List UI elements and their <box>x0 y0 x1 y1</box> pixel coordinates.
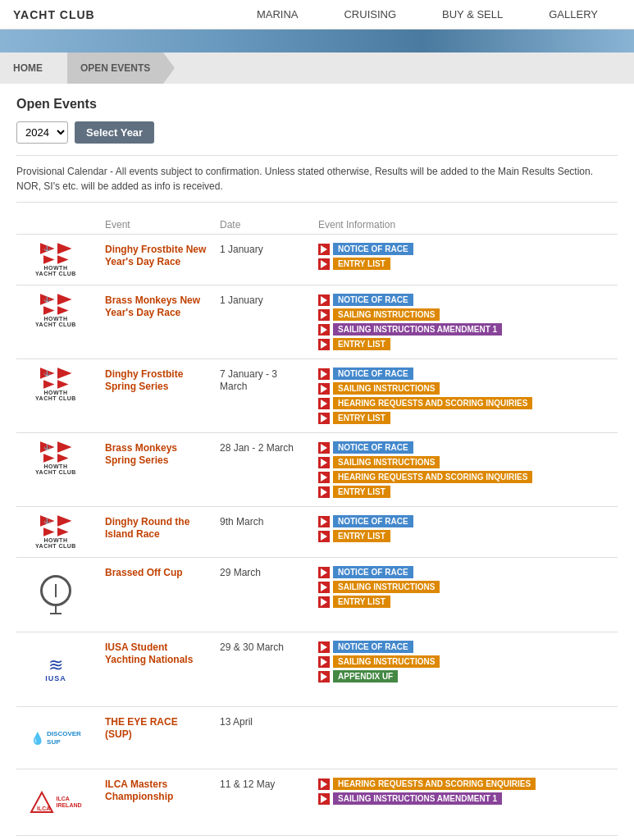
event-date: 29 & 30 March <box>220 641 284 653</box>
badge-label[interactable]: HEARING REQUESTS AND SCORING INQUIRIES <box>333 397 532 409</box>
event-name[interactable]: IUSA Student Yachting Nationals <box>105 641 193 665</box>
event-date: 29 March <box>220 567 261 578</box>
badge-label[interactable]: ENTRY LIST <box>333 258 390 270</box>
table-row: ILCA ILCAIRELAND ILCA Masters Championsh… <box>16 769 618 836</box>
badge-row[interactable]: ENTRY LIST <box>318 412 611 424</box>
svg-text:ILCA: ILCA <box>37 806 50 811</box>
badge-label[interactable]: SAILING INSTRUCTIONS AMENDMENT 1 <box>333 323 502 336</box>
badge-row[interactable]: NOTICE OF RACE <box>318 515 611 527</box>
badge-row[interactable]: ENTRY LIST <box>318 596 611 608</box>
event-date: 11 & 12 May <box>220 778 275 790</box>
event-badges: NOTICE OF RACE ENTRY LIST <box>318 243 611 270</box>
badge-row[interactable]: SAILING INSTRUCTIONS AMENDMENT 1 <box>318 323 611 336</box>
badge-row[interactable]: NOTICE OF RACE <box>318 368 611 380</box>
nav-marina[interactable]: MARINA <box>234 8 322 21</box>
event-name[interactable]: ILCA Masters Championship <box>105 778 173 802</box>
event-name[interactable]: Brassed Off Cup <box>105 567 183 578</box>
badge-row[interactable]: ENTRY LIST <box>318 486 611 498</box>
badge-label[interactable]: ENTRY LIST <box>333 486 390 498</box>
event-name[interactable]: Dinghy Frostbite Spring Series <box>105 368 183 392</box>
badge-row[interactable]: HEARING REQUESTS AND SCORING INQUIRIES <box>318 471 611 483</box>
badge-play-icon <box>318 258 330 270</box>
badge-play-icon <box>318 368 330 380</box>
iusa-logo: ≋ IUSA <box>23 641 89 698</box>
badge-label[interactable]: HEARING REQUESTS AND SCORING ENQUIRIES <box>333 778 536 790</box>
badge-label[interactable]: ENTRY LIST <box>333 530 390 542</box>
col-header-info: Event Information <box>312 216 618 235</box>
badge-play-icon <box>318 778 330 790</box>
badge-row[interactable]: NOTICE OF RACE <box>318 243 611 255</box>
badge-label[interactable]: NOTICE OF RACE <box>333 641 413 653</box>
event-name[interactable]: Dinghy Round the Island Race <box>105 516 189 540</box>
event-name[interactable]: Dinghy Frostbite New Year's Day Race <box>105 244 206 267</box>
event-name[interactable]: Brass Monkeys New Year's Day Race <box>105 294 200 318</box>
hero-image <box>0 30 634 52</box>
event-badges: NOTICE OF RACE SAILING INSTRUCTIONS HEAR… <box>318 368 611 424</box>
badge-row[interactable]: NOTICE OF RACE <box>318 641 611 653</box>
badge-label[interactable]: APPENDIX UF <box>333 670 398 682</box>
badge-label[interactable]: NOTICE OF RACE <box>333 441 413 454</box>
select-year-button[interactable]: Select Year <box>75 121 154 144</box>
badge-row[interactable]: ENTRY LIST <box>318 258 611 270</box>
badge-row[interactable]: APPENDIX UF <box>318 670 611 682</box>
badge-play-icon <box>318 383 330 395</box>
badge-play-icon <box>318 531 330 542</box>
breadcrumb-home[interactable]: HOME <box>0 52 56 84</box>
badge-play-icon <box>318 656 330 668</box>
badge-label[interactable]: NOTICE OF RACE <box>333 566 413 578</box>
badge-row[interactable]: NOTICE OF RACE <box>318 294 611 306</box>
badge-row[interactable]: NOTICE OF RACE <box>318 566 611 578</box>
nav-gallery[interactable]: GALLERY <box>526 8 621 21</box>
badge-play-icon <box>318 567 330 578</box>
badge-row[interactable]: ENTRY LIST <box>318 530 611 542</box>
badge-label[interactable]: SAILING INSTRUCTIONS <box>333 581 440 593</box>
badge-label[interactable]: SAILING INSTRUCTIONS <box>333 655 440 668</box>
nav-cruising[interactable]: CRUISING <box>321 8 419 21</box>
badge-row[interactable]: SAILING INSTRUCTIONS <box>318 308 611 321</box>
event-date: 9th March <box>220 516 263 527</box>
badge-label[interactable]: ENTRY LIST <box>333 338 390 350</box>
badge-label[interactable]: NOTICE OF RACE <box>333 243 413 255</box>
club-logo: ⚓ HOWTH YACHT CLUB <box>23 368 89 401</box>
ilca-logo: ILCA ILCAIRELAND <box>23 778 89 827</box>
table-row: ⚓ HOWTH YACHT CLUB Dinghy Frostbite New … <box>16 235 618 285</box>
badge-label[interactable]: NOTICE OF RACE <box>333 515 413 527</box>
badge-row[interactable]: ENTRY LIST <box>318 338 611 350</box>
badge-label[interactable]: SAILING INSTRUCTIONS <box>333 382 440 395</box>
nav-buy-sell[interactable]: BUY & SELL <box>419 8 526 21</box>
main-content: Open Events 2024 2023 2022 Select Year P… <box>0 84 634 840</box>
event-name[interactable]: THE EYE RACE (SUP) <box>105 716 178 740</box>
event-date: 28 Jan - 2 March <box>220 442 294 454</box>
site-logo: YACHT CLUB <box>13 8 95 21</box>
badge-play-icon <box>318 413 330 424</box>
provisional-notice: Provisional Calendar - All events subjec… <box>16 155 618 203</box>
badge-row[interactable]: HEARING REQUESTS AND SCORING INQUIRIES <box>318 397 611 409</box>
event-name[interactable]: Brass Monkeys Spring Series <box>105 442 177 466</box>
year-selector-row: 2024 2023 2022 Select Year <box>16 121 618 144</box>
brassed-logo <box>23 566 89 623</box>
badge-row[interactable]: NOTICE OF RACE <box>318 441 611 454</box>
badge-label[interactable]: NOTICE OF RACE <box>333 294 413 306</box>
event-date: 13 April <box>220 716 253 728</box>
badge-label[interactable]: SAILING INSTRUCTIONS AMENDMENT 1 <box>333 792 502 805</box>
badge-row[interactable]: SAILING INSTRUCTIONS AMENDMENT 1 <box>318 792 611 805</box>
event-date: 1 January <box>220 294 263 306</box>
badge-row[interactable]: SAILING INSTRUCTIONS <box>318 456 611 468</box>
breadcrumb-arrow-1 <box>56 52 67 84</box>
page-title: Open Events <box>16 97 618 112</box>
event-badges: NOTICE OF RACE SAILING INSTRUCTIONS APPE… <box>318 641 611 682</box>
badge-label[interactable]: ENTRY LIST <box>333 596 390 608</box>
badge-play-icon <box>318 339 330 350</box>
badge-label[interactable]: ENTRY LIST <box>333 412 390 424</box>
badge-row[interactable]: HEARING REQUESTS AND SCORING ENQUIRIES <box>318 778 611 790</box>
badge-label[interactable]: NOTICE OF RACE <box>333 368 413 380</box>
badge-label[interactable]: SAILING INSTRUCTIONS <box>333 308 440 321</box>
badge-label[interactable]: HEARING REQUESTS AND SCORING INQUIRIES <box>333 471 532 483</box>
badge-row[interactable]: SAILING INSTRUCTIONS <box>318 382 611 395</box>
badge-label[interactable]: SAILING INSTRUCTIONS <box>333 456 440 468</box>
badge-row[interactable]: SAILING INSTRUCTIONS <box>318 655 611 668</box>
year-dropdown[interactable]: 2024 2023 2022 <box>16 121 68 144</box>
badge-row[interactable]: SAILING INSTRUCTIONS <box>318 581 611 593</box>
event-badges: NOTICE OF RACE SAILING INSTRUCTIONS SAIL… <box>318 294 611 350</box>
table-row: 💧 DISCOVERSUP THE EYE RACE (SUP)13 April <box>16 707 618 769</box>
